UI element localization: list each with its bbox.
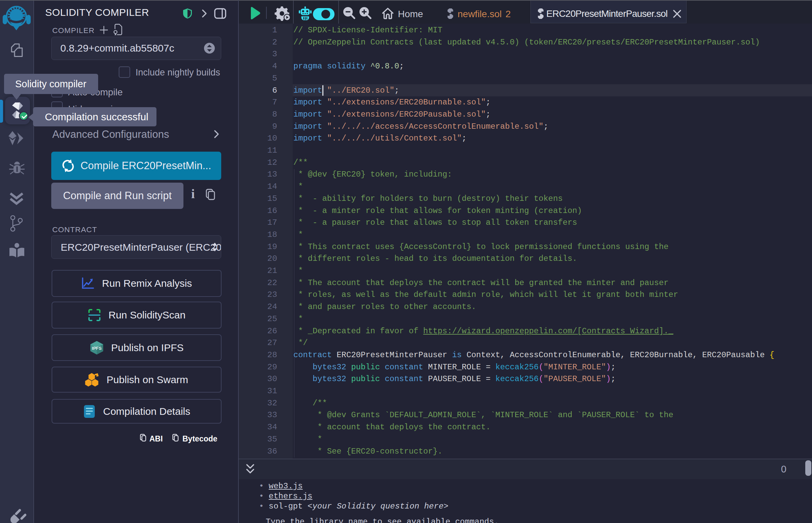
svg-text:IPFS: IPFS <box>92 346 102 351</box>
